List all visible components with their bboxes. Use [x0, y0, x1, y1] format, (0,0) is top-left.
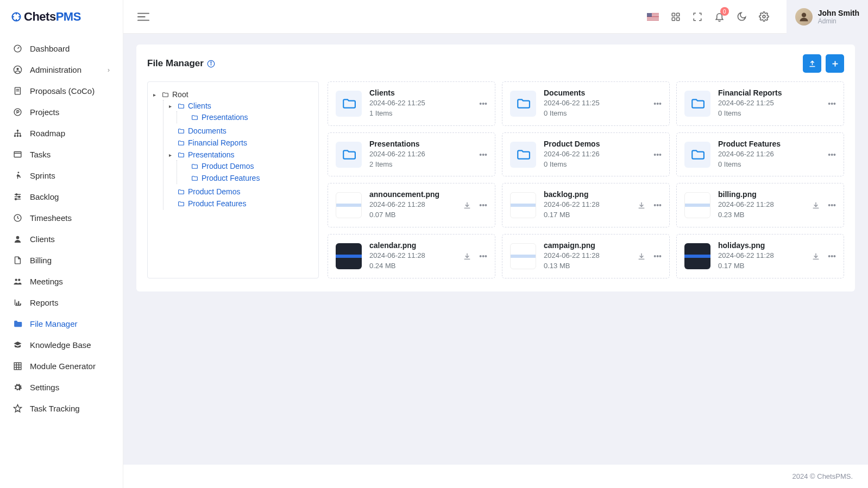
tree-node[interactable]: ▸Documents [169, 126, 313, 135]
more-icon[interactable]: ••• [479, 99, 487, 108]
sidebar-item-module-generator[interactable]: Module Generator [0, 356, 123, 377]
file-item[interactable]: campaign.png2024-06-22 11:280.13 MB••• [502, 234, 670, 278]
svg-rect-35 [672, 17, 675, 20]
sidebar-item-file-manager[interactable]: File Manager [0, 313, 123, 334]
more-icon[interactable]: ••• [479, 150, 487, 159]
file-item[interactable]: billing.png2024-06-22 11:280.23 MB••• [676, 183, 844, 227]
more-icon[interactable]: ••• [828, 252, 836, 261]
item-name: campaign.png [544, 241, 630, 250]
sidebar-item-label: Billing [30, 256, 52, 265]
sidebar-item-backlog[interactable]: Backlog [0, 186, 123, 207]
language-flag[interactable] [647, 13, 659, 21]
more-icon[interactable]: ••• [653, 99, 662, 108]
more-icon[interactable]: ••• [653, 150, 662, 159]
sidebar-item-administration[interactable]: Administration› [0, 59, 123, 80]
sidebar-item-timesheets[interactable]: Timesheets [0, 207, 123, 229]
logo-icon [11, 11, 22, 22]
sidebar-item-label: Clients [30, 235, 55, 244]
window-icon [13, 150, 22, 159]
moon-icon[interactable] [737, 11, 747, 22]
sidebar-item-meetings[interactable]: Meetings [0, 271, 123, 292]
tree-node[interactable]: ▸Financial Reports [169, 138, 313, 147]
more-icon[interactable]: ••• [828, 99, 836, 108]
gear-icon[interactable] [759, 11, 769, 22]
bell-icon[interactable]: 0 [714, 11, 725, 22]
download-icon[interactable] [812, 252, 820, 261]
item-meta: 0.23 MB [718, 210, 804, 220]
item-date: 2024-06-22 11:28 [718, 200, 804, 210]
more-icon[interactable]: ••• [828, 150, 836, 159]
more-icon[interactable]: ••• [653, 201, 662, 210]
tree-node[interactable]: ▸Presentations [169, 150, 313, 159]
upload-button[interactable] [803, 54, 821, 73]
folder-item[interactable]: Documents2024-06-22 11:250 Items••• [502, 81, 670, 126]
download-icon[interactable] [812, 201, 820, 210]
sidebar-item-sprints[interactable]: Sprints [0, 165, 123, 186]
tree-node[interactable]: ▸Clients [169, 102, 313, 110]
file-thumbnail [510, 192, 536, 218]
more-icon[interactable]: ••• [479, 201, 487, 210]
folder-item[interactable]: Product Features2024-06-22 11:260 Items•… [676, 132, 844, 177]
user-menu[interactable]: John Smith Admin [787, 0, 868, 34]
sidebar-item-reports[interactable]: Reports [0, 292, 123, 313]
download-icon[interactable] [463, 252, 471, 261]
folder-icon [178, 103, 185, 110]
sidebar-item-label: Dashboard [30, 44, 70, 53]
more-icon[interactable]: ••• [828, 201, 836, 210]
folder-item[interactable]: Presentations2024-06-22 11:262 Items••• [328, 132, 495, 177]
more-icon[interactable]: ••• [653, 252, 662, 261]
item-meta: 0 Items [544, 160, 646, 170]
add-button[interactable] [826, 54, 844, 73]
grad-icon [13, 340, 22, 350]
tree-node-label: Clients [188, 102, 211, 110]
sidebar-item-label: Task Tracking [30, 404, 80, 413]
svg-point-3 [16, 68, 18, 70]
file-item[interactable]: backlog.png2024-06-22 11:280.17 MB••• [502, 183, 670, 227]
tree-node[interactable]: ▸Product Demos [183, 162, 313, 170]
tree-root[interactable]: ▸Root [153, 90, 313, 99]
file-item[interactable]: announcement.png2024-06-22 11:280.07 MB•… [328, 183, 495, 227]
sidebar-item-roadmap[interactable]: Roadmap [0, 123, 123, 144]
sidebar-item-clients[interactable]: Clients [0, 229, 123, 250]
file-item[interactable]: holidays.png2024-06-22 11:280.17 MB••• [676, 234, 844, 278]
folder-item[interactable]: Product Demos2024-06-22 11:260 Items••• [502, 132, 670, 177]
folder-item[interactable]: Financial Reports2024-06-22 11:250 Items… [676, 81, 844, 126]
sidebar-item-proposals[interactable]: Proposals (CoCo) [0, 80, 123, 102]
tree-node[interactable]: ▸Product Features [169, 199, 313, 208]
sidebar-item-settings[interactable]: Settings [0, 377, 123, 398]
sidebar-item-projects[interactable]: Projects [0, 102, 123, 123]
brand-logo[interactable]: ChetsPMS [0, 0, 123, 34]
sidebar-item-knowledge-base[interactable]: Knowledge Base [0, 334, 123, 356]
apps-grid-icon[interactable] [671, 12, 681, 22]
svg-rect-36 [676, 17, 679, 20]
tree-node[interactable]: ▸Product Features [183, 174, 313, 182]
svg-rect-33 [672, 13, 675, 16]
download-icon[interactable] [637, 252, 646, 261]
sidebar: ChetsPMS DashboardAdministration›Proposa… [0, 0, 123, 488]
svg-rect-12 [14, 152, 21, 157]
more-icon[interactable]: ••• [479, 252, 487, 261]
item-date: 2024-06-22 11:28 [718, 251, 804, 261]
file-item[interactable]: calendar.png2024-06-22 11:280.24 MB••• [328, 234, 495, 278]
sidebar-item-billing[interactable]: Billing [0, 250, 123, 271]
sidebar-item-task-tracking[interactable]: Task Tracking [0, 398, 123, 419]
file-thumbnail [510, 243, 536, 269]
sidebar-item-dashboard[interactable]: Dashboard [0, 38, 123, 59]
item-meta: 0 Items [718, 160, 820, 170]
fullscreen-icon[interactable] [693, 12, 702, 22]
sidebar-item-tasks[interactable]: Tasks [0, 144, 123, 165]
info-icon[interactable] [207, 60, 215, 68]
download-icon[interactable] [463, 201, 471, 210]
tree-node[interactable]: ▸Product Demos [169, 187, 313, 196]
folder-item[interactable]: Clients2024-06-22 11:251 Items••• [328, 81, 495, 126]
clock-icon [13, 213, 22, 223]
item-meta: 0.13 MB [544, 261, 630, 271]
user-role: Admin [818, 17, 859, 25]
tree-node[interactable]: ▸Presentations [183, 113, 313, 122]
gauge-icon [13, 44, 22, 53]
menu-toggle-icon[interactable] [137, 12, 149, 22]
brand-name-a: Chets [24, 10, 56, 23]
item-date: 2024-06-22 11:28 [369, 200, 455, 210]
download-icon[interactable] [637, 201, 646, 210]
folder-icon [191, 175, 198, 182]
